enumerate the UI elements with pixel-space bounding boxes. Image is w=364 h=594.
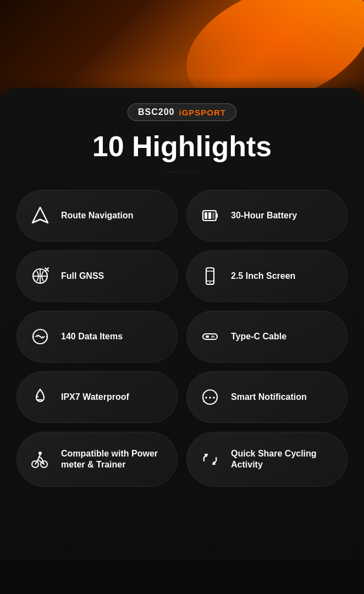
brand-pill: BSC200 iGPSPORT xyxy=(128,103,236,121)
svg-rect-17 xyxy=(203,334,217,339)
brand-bsc-label: BSC200 xyxy=(138,107,174,117)
share-icon xyxy=(197,446,223,472)
feature-gnss: Full GNSS xyxy=(16,250,178,302)
svg-point-24 xyxy=(209,397,211,399)
svg-rect-3 xyxy=(205,212,207,219)
waterproof-icon xyxy=(27,384,53,410)
typec-label: Type-C Cable xyxy=(231,331,286,342)
features-grid: Route Navigation 30-Hour Battery xyxy=(16,190,348,487)
svg-marker-0 xyxy=(32,207,48,223)
gnss-label: Full GNSS xyxy=(61,271,104,282)
battery-label: 30-Hour Battery xyxy=(231,210,297,221)
usb-icon xyxy=(197,323,223,350)
notification-label: Smart Notification xyxy=(231,392,307,403)
feature-screen: 2.5 Inch Screen xyxy=(186,250,348,302)
route-navigation-label: Route Navigation xyxy=(61,210,134,221)
feature-route-navigation: Route Navigation xyxy=(16,190,178,241)
battery-icon xyxy=(197,202,223,229)
navigation-icon xyxy=(27,202,53,229)
data-icon xyxy=(27,323,53,350)
svg-rect-5 xyxy=(212,212,214,219)
main-container: BSC200 iGPSPORT 10 Highlights ..........… xyxy=(0,88,364,561)
svg-point-14 xyxy=(209,282,211,283)
feature-battery: 30-Hour Battery xyxy=(186,190,348,241)
dots-divider: ............ xyxy=(16,167,348,174)
feature-waterproof: IPX7 Waterproof xyxy=(16,371,178,423)
feature-notification: Smart Notification xyxy=(186,371,348,423)
brand-igps-label: iGPSPORT xyxy=(179,108,226,117)
svg-rect-4 xyxy=(208,212,211,219)
feature-typec: Type-C Cable xyxy=(186,311,348,362)
svg-rect-2 xyxy=(216,213,218,218)
svg-point-20 xyxy=(36,395,38,398)
powermeter-label: Compatible with Power meter & Trainer xyxy=(61,448,167,470)
page-title: 10 Highlights xyxy=(16,131,348,162)
svg-point-25 xyxy=(213,397,215,399)
screen-icon xyxy=(197,263,223,289)
quickshare-label: Quick Share Cycling Activity xyxy=(231,448,337,470)
svg-rect-18 xyxy=(206,336,209,338)
svg-point-23 xyxy=(205,397,207,399)
powermeter-icon xyxy=(27,446,53,472)
waterproof-label: IPX7 Waterproof xyxy=(61,392,129,403)
brand-badge: BSC200 iGPSPORT xyxy=(16,88,348,121)
notification-icon xyxy=(197,384,223,410)
data-items-label: 140 Data Items xyxy=(61,331,123,342)
feature-data-items: 140 Data Items xyxy=(16,311,178,362)
svg-rect-11 xyxy=(206,268,214,284)
screen-label: 2.5 Inch Screen xyxy=(231,271,295,282)
feature-powermeter: Compatible with Power meter & Trainer xyxy=(16,432,178,487)
gnss-icon xyxy=(27,263,53,289)
svg-rect-19 xyxy=(211,336,214,338)
feature-quickshare: Quick Share Cycling Activity xyxy=(186,432,348,487)
